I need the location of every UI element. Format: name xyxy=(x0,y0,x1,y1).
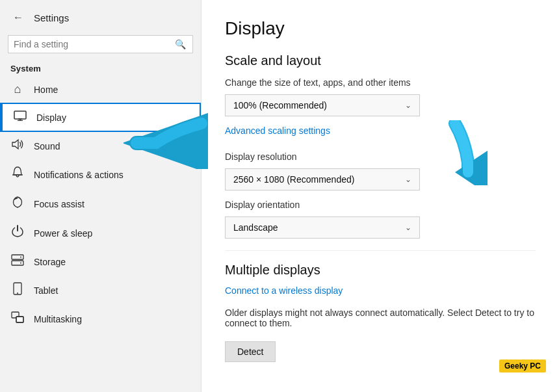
resolution-dropdown[interactable]: 2560 × 1080 (Recommended) ⌄ xyxy=(225,168,420,190)
storage-icon xyxy=(10,254,25,269)
power-icon xyxy=(10,225,25,241)
svg-point-11 xyxy=(17,293,18,294)
svg-rect-0 xyxy=(14,111,26,119)
svg-rect-7 xyxy=(12,261,23,265)
page-title: Display xyxy=(225,18,536,39)
sidebar-item-display[interactable]: Display xyxy=(0,103,201,132)
sidebar-item-sound[interactable]: Sound xyxy=(0,132,201,160)
home-icon: ⌂ xyxy=(10,83,25,96)
resolution-dropdown-value: 2560 × 1080 (Recommended) xyxy=(233,174,354,185)
search-input[interactable] xyxy=(14,39,174,49)
back-icon: ← xyxy=(13,12,23,23)
sidebar-item-sound-label: Sound xyxy=(34,141,60,151)
sidebar-item-notifications-label: Notifications & actions xyxy=(34,170,124,180)
system-section-label: System xyxy=(0,60,201,76)
sidebar-header: ← Settings xyxy=(0,0,201,33)
resolution-dropdown-chevron: ⌄ xyxy=(405,175,411,184)
section-divider xyxy=(225,250,536,251)
scale-dropdown-chevron: ⌄ xyxy=(405,101,411,110)
svg-rect-6 xyxy=(12,255,23,259)
search-button[interactable]: 🔍 xyxy=(174,39,187,49)
wireless-display-link[interactable]: Connect to a wireless display xyxy=(225,285,343,296)
sidebar-item-home-label: Home xyxy=(34,85,58,95)
display-icon xyxy=(13,111,27,124)
sidebar-item-tablet-label: Tablet xyxy=(34,285,58,296)
scale-dropdown[interactable]: 100% (Recommended) ⌄ xyxy=(225,94,420,116)
search-box: 🔍 xyxy=(8,35,193,53)
sidebar-item-home[interactable]: ⌂ Home xyxy=(0,76,201,103)
settings-title: Settings xyxy=(34,12,69,23)
sidebar-nav: ⌂ Home Display xyxy=(0,76,201,333)
svg-point-9 xyxy=(20,263,21,264)
multitasking-icon xyxy=(10,311,25,326)
sidebar-item-storage[interactable]: Storage xyxy=(0,248,201,276)
notifications-icon xyxy=(10,166,25,183)
sidebar: ← Settings 🔍 System ⌂ Home Displ xyxy=(0,0,202,392)
orientation-dropdown-value: Landscape xyxy=(233,222,278,233)
main-content: Display Scale and layout Change the size… xyxy=(202,0,559,392)
multiple-displays-title: Multiple displays xyxy=(225,263,536,278)
back-button[interactable]: ← xyxy=(10,9,26,26)
older-displays-text: Older displays might not always connect … xyxy=(225,307,536,328)
sidebar-item-tablet[interactable]: Tablet xyxy=(0,276,201,305)
tablet-icon xyxy=(10,282,25,298)
sidebar-item-display-label: Display xyxy=(36,112,66,123)
orientation-label: Display orientation xyxy=(225,200,536,210)
geeky-pc-badge: Geeky PC xyxy=(499,359,546,372)
sidebar-item-power[interactable]: Power & sleep xyxy=(0,218,201,248)
sidebar-item-focus-label: Focus assist xyxy=(34,199,84,209)
search-icon: 🔍 xyxy=(175,39,186,49)
scale-section-title: Scale and layout xyxy=(225,53,536,68)
orientation-dropdown[interactable]: Landscape ⌄ xyxy=(225,216,420,239)
sidebar-item-focus[interactable]: Focus assist xyxy=(0,189,201,218)
sidebar-item-multitasking-label: Multitasking xyxy=(34,314,82,324)
scale-dropdown-value: 100% (Recommended) xyxy=(233,100,327,111)
focus-icon xyxy=(10,196,25,212)
svg-point-8 xyxy=(20,257,21,258)
svg-rect-13 xyxy=(16,317,23,322)
sidebar-item-notifications[interactable]: Notifications & actions xyxy=(0,160,201,189)
sound-icon xyxy=(10,138,25,153)
orientation-dropdown-chevron: ⌄ xyxy=(405,223,411,232)
sidebar-item-storage-label: Storage xyxy=(34,257,66,267)
detect-button[interactable]: Detect xyxy=(225,341,276,362)
sidebar-item-power-label: Power & sleep xyxy=(34,228,92,239)
scale-description: Change the size of text, apps, and other… xyxy=(225,77,536,88)
advanced-scaling-link[interactable]: Advanced scaling settings xyxy=(225,125,330,136)
sidebar-item-multitasking[interactable]: Multitasking xyxy=(0,305,201,333)
svg-marker-4 xyxy=(12,140,18,149)
resolution-label: Display resolution xyxy=(225,151,536,162)
